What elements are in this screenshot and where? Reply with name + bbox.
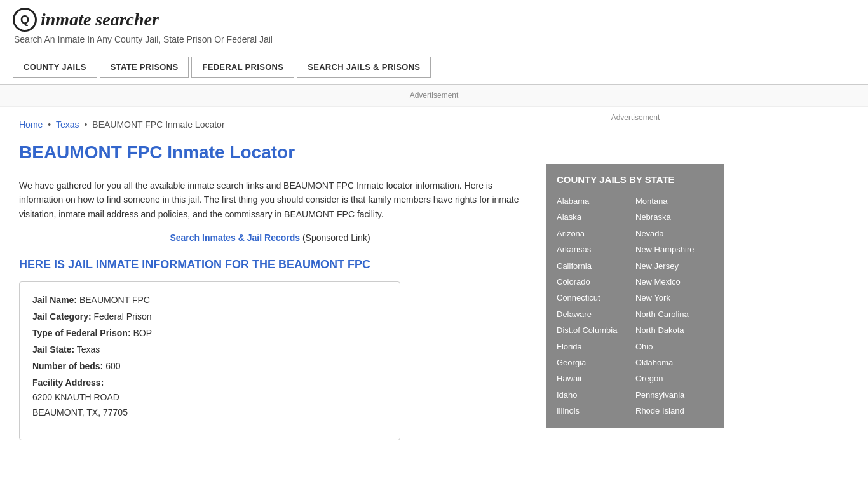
jail-name-val: BEAUMONT FPC: [79, 295, 150, 305]
state-item[interactable]: Colorado: [557, 274, 635, 289]
nav-county-jails[interactable]: COUNTY JAILS: [13, 57, 97, 78]
content: Home • Texas • BEAUMONT FPC Inmate Locat…: [0, 107, 540, 453]
state-item[interactable]: New Jersey: [635, 259, 714, 273]
state-item[interactable]: Nevada: [635, 226, 714, 241]
state-item[interactable]: Nebraska: [635, 210, 714, 224]
federal-type-row: Type of Federal Prison: BOP: [32, 328, 387, 338]
jail-state-val: Texas: [77, 344, 100, 355]
nav: COUNTY JAILS STATE PRISONS FEDERAL PRISO…: [0, 50, 868, 85]
state-item[interactable]: North Dakota: [635, 323, 714, 337]
state-item[interactable]: Alaska: [557, 210, 635, 224]
state-list-title: COUNTY JAILS BY STATE: [557, 174, 714, 185]
jail-state-label: Jail State:: [32, 344, 74, 355]
nav-federal-prisons[interactable]: FEDERAL PRISONS: [191, 57, 294, 78]
breadcrumb-sep1: •: [48, 119, 53, 130]
state-item[interactable]: New Hampshire: [635, 242, 714, 257]
beds-row: Number of beds: 600: [32, 361, 387, 371]
search-link-area: Search Inmates & Jail Records (Sponsored…: [19, 233, 521, 243]
jail-name-row: Jail Name: BEAUMONT FPC: [32, 295, 387, 305]
logo-icon: Q: [13, 8, 37, 32]
breadcrumb-current: BEAUMONT FPC Inmate Locator: [92, 119, 224, 130]
state-columns: AlabamaAlaskaArizonaArkansasCaliforniaCo…: [557, 194, 714, 418]
info-table: Jail Name: BEAUMONT FPC Jail Category: F…: [19, 281, 400, 440]
state-item[interactable]: Hawaii: [557, 371, 635, 386]
state-item[interactable]: North Carolina: [635, 307, 714, 322]
breadcrumb-home[interactable]: Home: [19, 119, 43, 130]
logo-text: inmate searcher: [41, 10, 159, 30]
jail-state-row: Jail State: Texas: [32, 344, 387, 355]
address-line2: BEAUMONT, TX, 77705: [32, 405, 387, 421]
sidebar: Advertisement COUNTY JAILS BY STATE Alab…: [540, 107, 737, 453]
jail-cat-val: Federal Prison: [93, 311, 151, 322]
state-item[interactable]: Montana: [635, 194, 714, 208]
search-link[interactable]: Search Inmates & Jail Records: [170, 233, 300, 243]
state-item[interactable]: Arkansas: [557, 242, 635, 257]
state-col-left: AlabamaAlaskaArizonaArkansasCaliforniaCo…: [557, 194, 635, 418]
logo-area: Q inmate searcher: [13, 8, 855, 32]
jail-category-row: Jail Category: Federal Prison: [32, 311, 387, 322]
header: Q inmate searcher Search An Inmate In An…: [0, 0, 868, 50]
state-list-box: COUNTY JAILS BY STATE AlabamaAlaskaArizo…: [546, 164, 724, 428]
state-item[interactable]: Idaho: [557, 388, 635, 402]
description: We have gathered for you all the availab…: [19, 179, 521, 221]
federal-type-label: Type of Federal Prison:: [32, 328, 131, 338]
address-label: Facility Address:: [32, 377, 104, 388]
fed-type-val: BOP: [133, 328, 152, 338]
ad-sidebar: Advertisement: [546, 113, 724, 151]
nav-search-jails[interactable]: SEARCH JAILS & PRISONS: [297, 57, 431, 78]
state-item[interactable]: Dist.of Columbia: [557, 323, 635, 337]
state-item[interactable]: Delaware: [557, 307, 635, 322]
state-col-right: MontanaNebraskaNevadaNew HampshireNew Je…: [635, 194, 714, 418]
beds-val: 600: [105, 361, 120, 371]
breadcrumb: Home • Texas • BEAUMONT FPC Inmate Locat…: [19, 119, 521, 130]
tagline: Search An Inmate In Any County Jail, Sta…: [13, 34, 855, 44]
state-item[interactable]: Illinois: [557, 403, 635, 418]
state-item[interactable]: New York: [635, 290, 714, 305]
breadcrumb-state[interactable]: Texas: [56, 119, 79, 130]
nav-state-prisons[interactable]: STATE PRISONS: [100, 57, 189, 78]
state-item[interactable]: Connecticut: [557, 290, 635, 305]
state-item[interactable]: Pennsylvania: [635, 388, 714, 402]
beds-label: Number of beds:: [32, 361, 103, 371]
address-line1: 6200 KNAUTH ROAD: [32, 390, 387, 405]
ad-banner: Advertisement: [0, 85, 868, 107]
jail-info-heading: HERE IS JAIL INMATE INFORMATION FOR THE …: [19, 258, 521, 271]
jail-name-label: Jail Name:: [32, 295, 77, 305]
state-item[interactable]: Oregon: [635, 371, 714, 386]
state-item[interactable]: Oklahoma: [635, 355, 714, 370]
jail-category-label: Jail Category:: [32, 311, 92, 322]
state-item[interactable]: Alabama: [557, 194, 635, 208]
state-item[interactable]: Georgia: [557, 355, 635, 370]
address-block: 6200 KNAUTH ROAD BEAUMONT, TX, 77705: [32, 390, 387, 421]
state-item[interactable]: Rhode Island: [635, 403, 714, 418]
address-row: Facility Address: 6200 KNAUTH ROAD BEAUM…: [32, 377, 387, 421]
state-item[interactable]: New Mexico: [635, 274, 714, 289]
state-item[interactable]: Arizona: [557, 226, 635, 241]
state-item[interactable]: Ohio: [635, 339, 714, 354]
sponsored-text: (Sponsored Link): [302, 233, 370, 243]
breadcrumb-sep2: •: [85, 119, 90, 130]
state-item[interactable]: California: [557, 259, 635, 273]
main-layout: Home • Texas • BEAUMONT FPC Inmate Locat…: [0, 107, 868, 453]
page-title: BEAUMONT FPC Inmate Locator: [19, 142, 521, 168]
state-item[interactable]: Florida: [557, 339, 635, 354]
